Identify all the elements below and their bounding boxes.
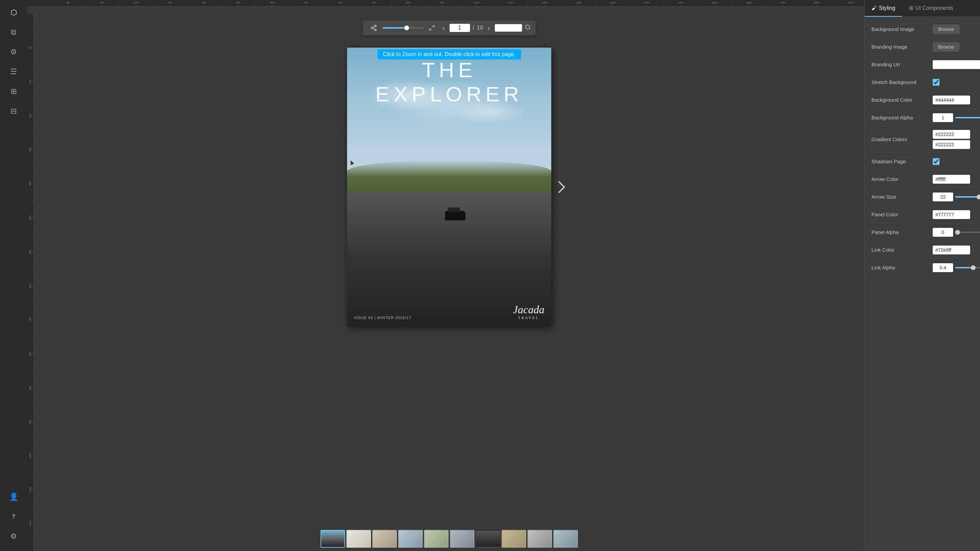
page-shadows-checkbox[interactable] <box>933 158 940 165</box>
data-icon: ⊟ <box>11 107 17 116</box>
svg-point-141 <box>525 25 530 29</box>
prev-page-button[interactable]: ‹ <box>440 24 447 33</box>
panel-content: Background Image Browse Branding Image B… <box>865 17 980 551</box>
zoom-slider[interactable] <box>382 27 423 29</box>
svg-line-140 <box>430 29 431 30</box>
thumbnail-4[interactable] <box>398 530 423 548</box>
svg-text:880: 880 <box>406 1 411 4</box>
svg-text:1520: 1520 <box>678 1 684 4</box>
row-background-color: Background Color <box>865 91 980 109</box>
gradient-color-1-input[interactable] <box>933 130 970 139</box>
tab-ui-components[interactable]: ⊞ UI Components <box>902 0 960 17</box>
arrow-size-number[interactable] <box>933 192 953 202</box>
svg-text:1600: 1600 <box>711 1 718 4</box>
sidebar-icon-preview[interactable]: ⧉ <box>5 23 23 41</box>
svg-text:560: 560 <box>270 1 275 4</box>
svg-text:320: 320 <box>29 147 32 152</box>
svg-text:1760: 1760 <box>780 1 786 4</box>
sidebar-icon-components[interactable]: ⊞ <box>5 82 23 101</box>
canvas-area[interactable]: ‹ / 10 › Click to Zoom in and out. Doubl… <box>34 14 864 551</box>
svg-text:1040: 1040 <box>29 453 32 459</box>
magazine-issue: ISSUE 06 | WINTER 2016/17 <box>354 316 411 320</box>
link-alpha-number[interactable] <box>933 263 953 272</box>
next-page-arrow[interactable] <box>555 180 568 194</box>
share-button[interactable] <box>368 23 380 33</box>
svg-text:320: 320 <box>168 1 172 4</box>
thumbnail-3[interactable] <box>372 530 397 548</box>
svg-text:1440: 1440 <box>643 1 649 4</box>
row-gradient-colors: Gradient Colors <box>865 127 980 153</box>
thumbnail-7[interactable] <box>476 530 500 548</box>
sidebar-icon-data[interactable]: ⊟ <box>5 102 23 121</box>
svg-text:720: 720 <box>338 1 343 4</box>
label-arrow-color: Arrow Color <box>872 176 933 183</box>
search-input[interactable] <box>495 24 522 32</box>
browse-background-image-button[interactable]: Browse <box>933 24 959 34</box>
svg-line-139 <box>433 25 434 27</box>
svg-text:640: 640 <box>29 283 32 288</box>
svg-point-136 <box>375 29 376 30</box>
label-background-image: Background Image <box>872 26 933 33</box>
svg-text:1040: 1040 <box>473 1 479 4</box>
magazine-title: THE EXPLORER <box>347 58 551 106</box>
sidebar-icon-layers[interactable]: ☰ <box>5 63 23 81</box>
magazine-page: THE EXPLORER Jacada TRAVEL ISSUE 06 | WI… <box>347 48 551 327</box>
thumbnail-1[interactable] <box>321 530 345 548</box>
admin-icon: ⚙ <box>10 532 17 541</box>
background-alpha-number[interactable] <box>933 113 953 122</box>
page-number-input[interactable] <box>450 24 470 32</box>
svg-text:400: 400 <box>202 1 207 4</box>
svg-text:1680: 1680 <box>746 1 752 4</box>
control-panel-color <box>933 210 973 219</box>
svg-text:1200: 1200 <box>29 521 32 527</box>
sidebar-icon-user[interactable]: 👤 <box>5 488 23 506</box>
arrow-color-input[interactable] <box>933 175 970 184</box>
row-link-color: Link Color <box>865 241 980 259</box>
page-total: 10 <box>477 25 483 31</box>
sidebar-icon-settings[interactable]: ⚙ <box>5 43 23 61</box>
fullscreen-button[interactable] <box>426 24 438 32</box>
background-color-input[interactable] <box>933 95 970 105</box>
thumbnail-2[interactable] <box>347 530 371 548</box>
sidebar-icon-logo[interactable]: ⬡ <box>5 3 23 22</box>
thumbnail-9[interactable] <box>527 530 552 548</box>
svg-line-138 <box>372 26 375 27</box>
svg-text:1120: 1120 <box>508 1 514 4</box>
panel-color-input[interactable] <box>933 210 970 219</box>
link-alpha-slider[interactable] <box>955 267 980 268</box>
thumbnail-5[interactable] <box>424 530 449 548</box>
row-arrow-color: Arrow Color <box>865 170 980 188</box>
sidebar-icon-help[interactable]: ? <box>5 508 23 526</box>
browse-branding-image-button[interactable]: Browse <box>933 42 959 52</box>
svg-text:800: 800 <box>29 351 32 356</box>
thumbnail-10[interactable] <box>553 530 578 548</box>
sidebar-icon-admin[interactable]: ⚙ <box>5 527 23 546</box>
link-color-input[interactable] <box>933 246 970 254</box>
magazine-logo-sub: TRAVEL <box>513 316 544 320</box>
panel-alpha-number[interactable] <box>933 228 953 237</box>
stretch-background-checkbox[interactable] <box>933 79 940 86</box>
magazine-logo: Jacada TRAVEL <box>513 303 544 320</box>
branding-url-input[interactable] <box>933 60 980 69</box>
label-branding-image: Branding Image <box>872 43 933 50</box>
arrow-size-slider[interactable] <box>955 196 980 198</box>
gradient-color-2-input[interactable] <box>933 140 970 149</box>
label-gradient-colors: Gradient Colors <box>872 136 933 143</box>
svg-text:240: 240 <box>134 1 138 4</box>
label-panel-color: Panel Color <box>872 211 933 218</box>
thumbnail-8[interactable] <box>501 530 526 548</box>
label-arrow-size: Arrow Size <box>872 194 933 200</box>
svg-text:160: 160 <box>100 1 105 4</box>
logo-icon: ⬡ <box>11 8 17 17</box>
svg-text:80: 80 <box>29 46 32 49</box>
panel-alpha-slider[interactable] <box>955 232 980 233</box>
label-link-alpha: Link Alpha <box>872 264 933 271</box>
thumbnail-6[interactable] <box>450 530 474 548</box>
panel-tabs: 🖌 Styling ⊞ UI Components <box>865 0 980 17</box>
tab-styling[interactable]: 🖌 Styling <box>865 0 902 17</box>
svg-text:1360: 1360 <box>609 1 616 4</box>
search-button[interactable] <box>525 24 531 32</box>
next-page-button[interactable]: › <box>485 24 492 33</box>
magazine-wrapper[interactable]: THE EXPLORER Jacada TRAVEL ISSUE 06 | WI… <box>347 48 551 327</box>
background-alpha-slider[interactable] <box>955 117 980 118</box>
